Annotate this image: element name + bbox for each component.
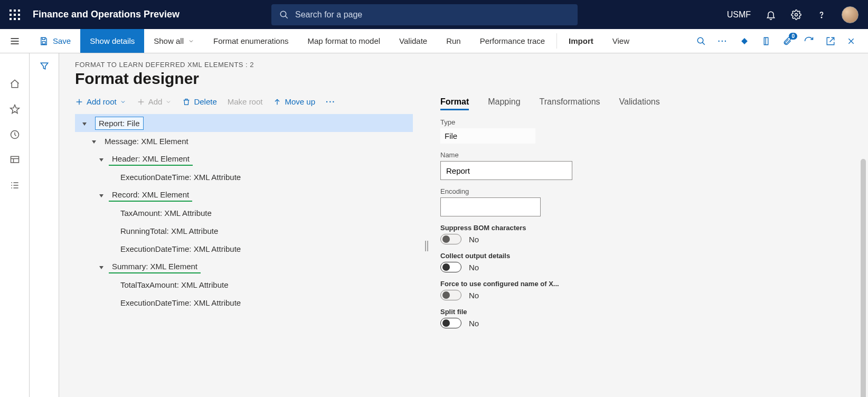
modules-icon[interactable]	[10, 180, 20, 191]
caret-icon[interactable]	[97, 191, 106, 200]
tree-pane: Add root Add Delete Make root	[75, 95, 413, 397]
map-format-button[interactable]: Map format to model	[298, 29, 390, 53]
attachments-icon[interactable]: 0	[782, 36, 792, 46]
split-file-value: No	[469, 319, 479, 328]
collect-output-toggle[interactable]	[440, 262, 461, 272]
caret-icon[interactable]	[97, 155, 106, 164]
type-value: File	[440, 128, 535, 144]
search-icon	[279, 10, 289, 20]
add-root-button[interactable]: Add root	[75, 97, 126, 106]
split-file-toggle[interactable]	[440, 318, 461, 328]
suppress-bom-value: No	[469, 235, 479, 244]
field-suppress-bom: Suppress BOM characters No	[440, 224, 847, 244]
tree-node-tax[interactable]: TaxAmount: XML Attribute	[75, 204, 413, 222]
hamburger-icon[interactable]	[10, 36, 20, 46]
move-up-button[interactable]: Move up	[273, 97, 315, 106]
tree-node-record[interactable]: Record: XML Element	[75, 186, 413, 204]
refresh-icon[interactable]	[804, 36, 814, 46]
split-file-label: Split file	[440, 308, 847, 316]
search-input[interactable]	[294, 10, 570, 20]
tree-node-report[interactable]: Report: File	[75, 114, 413, 132]
tree-more-icon[interactable]: ···	[326, 97, 336, 106]
command-bar: Save Show details Show all Format enumer…	[0, 29, 868, 53]
help-icon[interactable]	[816, 10, 827, 20]
caret-icon[interactable]	[90, 137, 98, 146]
breadcrumb: FORMAT TO LEARN DEFERRED XML ELEMENTS : …	[59, 61, 868, 69]
tree-toolbar: Add root Add Delete Make root	[75, 95, 413, 114]
show-all-button[interactable]: Show all	[144, 29, 204, 53]
avatar[interactable]	[842, 6, 858, 23]
designer-row: Add root Add Delete Make root	[59, 95, 868, 397]
encoding-label: Encoding	[440, 187, 847, 195]
search-container	[271, 4, 578, 25]
gear-icon[interactable]	[791, 10, 801, 20]
view-button[interactable]: View	[603, 29, 639, 53]
field-split-file: Split file No	[440, 308, 847, 328]
workspace-icon[interactable]	[10, 155, 20, 165]
command-bar-right: ··· 0	[696, 29, 868, 53]
home-icon[interactable]	[10, 79, 20, 89]
tree-node-summary[interactable]: Summary: XML Element	[75, 258, 413, 276]
field-type: Type File	[440, 118, 847, 144]
save-label: Save	[53, 36, 71, 45]
show-details-button[interactable]: Show details	[80, 29, 144, 53]
type-label: Type	[440, 118, 847, 126]
chevron-down-icon	[120, 99, 126, 105]
company-code[interactable]: USMF	[727, 10, 751, 20]
validate-button[interactable]: Validate	[390, 29, 437, 53]
office-icon[interactable]	[761, 36, 771, 46]
tree-node-totaltax[interactable]: TotalTaxAmount: XML Attribute	[75, 276, 413, 294]
encoding-input[interactable]	[440, 197, 541, 216]
tree-node-header[interactable]: Header: XML Element	[75, 150, 413, 168]
tab-format[interactable]: Format	[440, 95, 469, 110]
collect-output-label: Collect output details	[440, 252, 847, 260]
import-button[interactable]: Import	[559, 29, 603, 53]
tab-transformations[interactable]: Transformations	[540, 95, 600, 110]
svg-rect-7	[741, 38, 748, 44]
chevron-down-icon	[188, 38, 194, 44]
tab-validations[interactable]: Validations	[619, 95, 660, 110]
suppress-bom-toggle[interactable]	[440, 234, 461, 244]
vertical-scrollbar[interactable]	[861, 159, 866, 397]
main-content: FORMAT TO LEARN DEFERRED XML ELEMENTS : …	[59, 53, 868, 397]
body: FORMAT TO LEARN DEFERRED XML ELEMENTS : …	[0, 53, 868, 397]
properties-pane: Format Mapping Transformations Validatio…	[440, 95, 868, 397]
tree-node-exec1[interactable]: ExecutionDateTime: XML Attribute	[75, 168, 413, 186]
format-enumerations-button[interactable]: Format enumerations	[204, 29, 298, 53]
page-title: Format designer	[59, 69, 868, 95]
performance-trace-button[interactable]: Performance trace	[470, 29, 554, 53]
splitter-handle[interactable]	[423, 95, 430, 397]
tree-node-message[interactable]: Message: XML Element	[75, 132, 413, 150]
search-action-icon[interactable]	[696, 36, 706, 46]
bell-icon[interactable]	[766, 10, 776, 20]
more-actions-icon[interactable]: ···	[718, 36, 728, 45]
caret-icon[interactable]	[97, 262, 106, 271]
search-box[interactable]	[271, 4, 578, 25]
caret-icon[interactable]	[80, 119, 89, 128]
delete-button[interactable]: Delete	[182, 97, 216, 106]
svg-point-2	[795, 13, 798, 16]
tab-mapping[interactable]: Mapping	[488, 95, 520, 110]
app-launcher-icon[interactable]	[10, 10, 20, 20]
name-input[interactable]	[440, 161, 572, 180]
tree-node-exec2[interactable]: ExecutionDateTime: XML Attribute	[75, 240, 413, 258]
attachments-badge: 0	[789, 33, 797, 40]
side-rail	[0, 53, 30, 397]
filter-icon[interactable]	[39, 61, 50, 397]
run-button[interactable]: Run	[437, 29, 470, 53]
make-root-button[interactable]: Make root	[228, 97, 263, 106]
add-button[interactable]: Add	[137, 97, 172, 106]
close-icon[interactable]	[847, 37, 855, 45]
chevron-down-icon	[165, 99, 172, 105]
name-label: Name	[440, 151, 847, 159]
popout-icon[interactable]	[826, 36, 835, 46]
diamond-icon[interactable]	[739, 36, 750, 46]
format-tree: Report: File Message: XML Element Header…	[75, 114, 413, 311]
recent-icon[interactable]	[10, 129, 20, 140]
star-icon[interactable]	[10, 104, 20, 115]
tree-node-exec3[interactable]: ExecutionDateTime: XML Attribute	[75, 294, 413, 311]
force-name-toggle[interactable]	[440, 290, 461, 300]
save-button[interactable]: Save	[30, 29, 80, 53]
field-collect-output: Collect output details No	[440, 252, 847, 272]
tree-node-running[interactable]: RunningTotal: XML Attribute	[75, 222, 413, 240]
